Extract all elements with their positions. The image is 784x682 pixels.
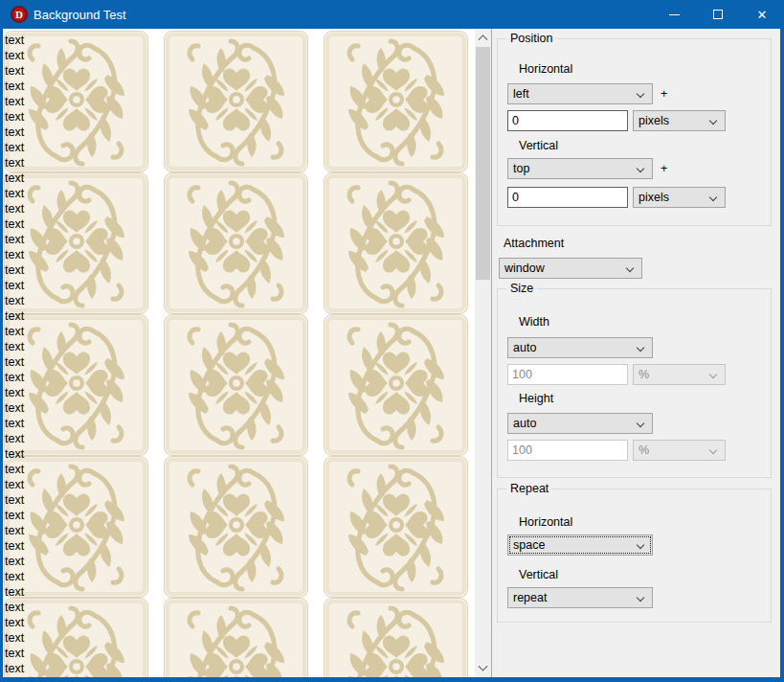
floral-tile-image xyxy=(4,314,148,456)
chevron-down-icon xyxy=(479,662,488,671)
size-height-keyword-select[interactable]: auto xyxy=(507,413,653,434)
size-height-value-input[interactable] xyxy=(507,440,628,461)
chevron-up-icon xyxy=(479,34,488,44)
text-line: text xyxy=(5,462,24,477)
text-line: text xyxy=(5,492,24,508)
attachment-select[interactable]: window xyxy=(499,258,642,279)
size-width-keyword-select[interactable]: auto xyxy=(507,337,653,358)
text-line: text xyxy=(5,630,24,646)
size-group-title: Size xyxy=(506,282,537,295)
scroll-up-button[interactable] xyxy=(475,29,491,45)
chevron-down-icon xyxy=(709,371,717,378)
position-horizontal-unit-select[interactable]: pixels xyxy=(633,110,726,131)
floral-tile-image xyxy=(164,172,308,314)
size-width-label: Width xyxy=(519,315,549,329)
text-line: text xyxy=(5,247,24,262)
text-line: text xyxy=(5,63,24,79)
minimize-button[interactable] xyxy=(652,0,696,29)
app-icon: D xyxy=(11,6,28,23)
attachment-value: window xyxy=(504,261,545,275)
position-horizontal-keyword-select[interactable]: left xyxy=(507,83,653,104)
size-width-keyword-value: auto xyxy=(513,341,536,354)
text-line: text xyxy=(5,339,24,354)
close-button[interactable]: ✕ xyxy=(740,0,784,29)
position-horizontal-offset-input[interactable] xyxy=(507,110,628,131)
position-horizontal-keyword-value: left xyxy=(513,87,529,101)
repeat-vertical-value: repeat xyxy=(513,591,547,604)
size-width-value-input[interactable] xyxy=(507,364,628,385)
text-line: text xyxy=(5,646,24,661)
text-line: text xyxy=(5,79,24,94)
text-line: text xyxy=(5,94,24,109)
scrollbar-thumb[interactable] xyxy=(476,47,490,280)
position-vertical-offset-input[interactable] xyxy=(507,187,628,208)
repeat-horizontal-label: Horizontal xyxy=(519,515,572,529)
position-horizontal-plus: + xyxy=(661,87,667,101)
minimize-icon xyxy=(669,14,680,15)
text-line: text xyxy=(5,538,24,554)
text-line: text xyxy=(5,170,24,186)
floral-tile-image xyxy=(4,456,148,598)
size-height-keyword-value: auto xyxy=(513,417,536,430)
tile-grid xyxy=(4,31,468,677)
chevron-down-icon xyxy=(637,420,644,427)
text-line: text xyxy=(5,569,24,584)
text-line: text xyxy=(5,385,24,400)
maximize-button[interactable] xyxy=(696,0,740,29)
floral-tile-image xyxy=(324,456,468,598)
settings-panel: Position Horizontal left + pixels Vertic… xyxy=(491,29,780,677)
vertical-scrollbar[interactable] xyxy=(475,29,491,677)
size-group: Size Width auto % Height auto xyxy=(497,288,772,478)
floral-tile-image xyxy=(164,314,308,456)
repeat-group-title: Repeat xyxy=(506,482,552,495)
floral-tile-image xyxy=(324,172,468,314)
size-height-unit-select[interactable]: % xyxy=(633,440,726,461)
text-line: text xyxy=(5,416,24,431)
text-line: text xyxy=(5,232,24,247)
text-line: text xyxy=(5,293,24,308)
text-line: text xyxy=(5,523,24,538)
position-vertical-keyword-value: top xyxy=(513,162,529,175)
text-line: text xyxy=(5,324,24,339)
chevron-down-icon xyxy=(637,165,644,172)
text-line: text xyxy=(5,400,24,416)
size-height-unit-value: % xyxy=(638,443,649,457)
position-vertical-unit-select[interactable]: pixels xyxy=(633,187,726,208)
maximize-icon xyxy=(713,10,723,19)
repeat-vertical-label: Vertical xyxy=(519,568,558,581)
position-vertical-keyword-select[interactable]: top xyxy=(507,158,653,179)
text-line: text xyxy=(5,186,24,201)
text-line: text xyxy=(5,109,24,125)
floral-tile-image xyxy=(164,31,308,172)
text-line: text xyxy=(5,477,24,492)
text-line: text xyxy=(5,201,24,216)
position-vertical-label: Vertical xyxy=(519,139,558,152)
size-height-label: Height xyxy=(519,392,553,405)
size-width-unit-select[interactable]: % xyxy=(633,364,726,385)
floral-tile-image xyxy=(4,31,148,172)
text-line: text xyxy=(5,600,24,615)
text-line: text xyxy=(5,615,24,630)
text-line: text xyxy=(5,554,24,569)
chevron-down-icon xyxy=(637,344,644,352)
floral-tile-image xyxy=(4,598,148,677)
window-title: Background Test xyxy=(34,8,126,22)
floral-tile-image xyxy=(324,31,468,172)
chevron-down-icon xyxy=(709,193,717,201)
text-line: text xyxy=(5,446,24,462)
text-line: text xyxy=(5,661,24,676)
text-line: text xyxy=(5,370,24,385)
text-line: text xyxy=(5,584,24,600)
chevron-down-icon xyxy=(709,117,717,125)
text-line: text xyxy=(5,262,24,278)
repeat-horizontal-select[interactable]: space xyxy=(507,534,653,556)
text-line: text xyxy=(5,33,24,48)
position-vertical-plus: + xyxy=(661,162,667,175)
text-line: text xyxy=(5,48,24,63)
floral-tile-image xyxy=(164,598,308,677)
repeat-vertical-select[interactable]: repeat xyxy=(507,587,653,608)
chevron-down-icon xyxy=(637,594,644,602)
scroll-down-button[interactable] xyxy=(475,661,491,677)
tile-column xyxy=(4,31,148,677)
position-vertical-unit-value: pixels xyxy=(638,191,669,204)
